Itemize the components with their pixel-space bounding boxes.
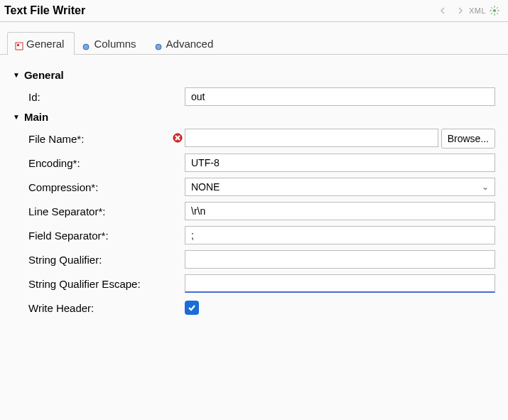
chevron-down-icon: ▼ <box>13 72 20 79</box>
title-actions: XML <box>437 5 501 16</box>
row-string-qualifier-escape: String Qualifier Escape: <box>13 274 495 294</box>
label-compression: Compression*: <box>28 181 171 193</box>
page-title: Text File Writer <box>4 4 85 17</box>
section-title: Main <box>24 111 48 123</box>
row-field-separator: Field Separator*: <box>13 225 495 245</box>
file-name-input[interactable] <box>185 129 438 147</box>
panel: ▼ General Id: ▼ Main File Name*: Browse. <box>0 55 508 332</box>
label-file-name: File Name*: <box>28 133 171 145</box>
row-line-separator: Line Separator*: <box>13 201 495 221</box>
svg-point-12 <box>156 44 161 50</box>
svg-line-6 <box>497 13 498 14</box>
row-string-qualifier: String Qualifier: <box>13 249 495 269</box>
tab-columns[interactable]: Columns <box>75 32 146 55</box>
section-title: General <box>24 69 64 81</box>
section-header-main[interactable]: ▼ Main <box>13 111 495 123</box>
browse-button[interactable]: Browse... <box>441 129 495 149</box>
label-field-separator: Field Separator*: <box>28 230 171 242</box>
row-encoding: Encoding*: <box>13 153 495 173</box>
tab-advanced[interactable]: Advanced <box>147 32 225 55</box>
label-line-separator: Line Separator*: <box>28 205 171 217</box>
chevron-down-icon: ⌄ <box>482 182 489 192</box>
section-header-general[interactable]: ▼ General <box>13 69 495 81</box>
label-encoding: Encoding*: <box>28 157 171 169</box>
row-file-name: File Name*: Browse... <box>13 129 495 149</box>
svg-line-5 <box>491 7 492 9</box>
write-header-checkbox[interactable] <box>185 301 199 315</box>
label-string-qualifier: String Qualifier: <box>28 254 171 266</box>
label-id: Id: <box>28 91 171 103</box>
tab-label: Advanced <box>166 38 214 50</box>
id-input[interactable] <box>185 87 495 106</box>
svg-rect-10 <box>17 44 19 46</box>
label-string-qualifier-escape: String Qualifier Escape: <box>28 278 171 290</box>
tab-label: General <box>26 38 64 50</box>
back-icon[interactable] <box>437 5 450 16</box>
label-write-header: Write Header: <box>28 302 171 314</box>
svg-line-7 <box>497 7 498 9</box>
row-compression: Compression*: NONE ⌄ <box>13 177 495 197</box>
string-qualifier-escape-input[interactable] <box>185 274 495 293</box>
error-icon <box>173 133 183 145</box>
svg-point-11 <box>83 44 89 50</box>
string-qualifier-input[interactable] <box>185 250 495 269</box>
tab-bar: General Columns Advanced <box>0 22 508 55</box>
xml-button[interactable]: XML <box>471 5 484 16</box>
bullet-icon <box>155 41 162 48</box>
field-separator-input[interactable] <box>185 226 495 244</box>
encoding-input[interactable] <box>185 154 495 172</box>
svg-line-8 <box>491 13 492 14</box>
line-separator-input[interactable] <box>185 202 495 220</box>
tab-general[interactable]: General <box>7 32 75 55</box>
compression-select[interactable]: NONE ⌄ <box>185 178 495 196</box>
forward-icon[interactable] <box>454 5 467 16</box>
tab-label: Columns <box>94 38 136 50</box>
launch-icon[interactable] <box>488 5 501 16</box>
chevron-down-icon: ▼ <box>13 114 20 121</box>
svg-point-0 <box>493 9 496 12</box>
row-id: Id: <box>13 87 495 107</box>
tab-general-icon <box>15 41 22 48</box>
row-write-header: Write Header: <box>13 298 495 318</box>
bullet-icon <box>82 41 90 48</box>
select-value: NONE <box>191 181 220 193</box>
